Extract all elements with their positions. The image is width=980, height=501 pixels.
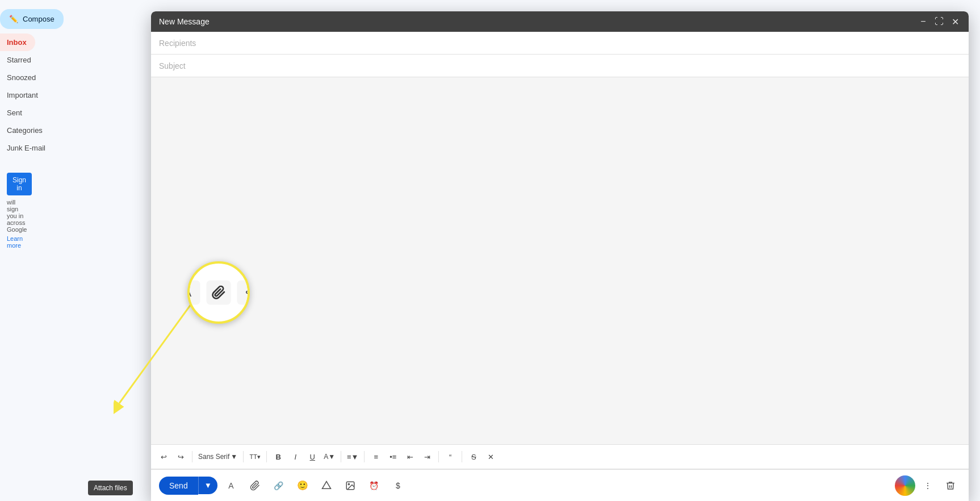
gemini-icon[interactable] [895,475,915,496]
toolbar-divider-2 [243,451,244,462]
sidebar: ✏️ Compose Inbox Starred Snoozed Importa… [0,0,35,501]
maximize-icon[interactable]: ⛶ [933,16,945,27]
learn-more-link[interactable]: Learn more [7,235,28,249]
bulleted-list-button[interactable]: •≡ [385,449,401,465]
send-button[interactable]: Send [159,477,198,495]
magnifier-link-icon: ↪ [237,280,250,304]
magnifier-circle: A ↪ [187,261,250,324]
magnifier-text-format-icon: A [187,280,200,304]
send-dropdown-button[interactable]: ▼ [198,477,217,494]
underline-button[interactable]: U [304,449,320,465]
align-button[interactable]: ≡▼ [345,449,361,465]
compose-header[interactable]: New Message − ⛶ ✕ [151,11,969,32]
photo-icon [345,481,355,491]
toolbar-divider-5 [364,451,365,462]
sidebar-item-categories[interactable]: Categories [0,122,35,139]
magnifier-inner: A ↪ [187,280,250,304]
compose-label: Compose [23,15,55,23]
compose-actions: Send ▼ A 🔗 🙂 ⏰ [151,469,969,501]
sidebar-item-inbox[interactable]: Inbox [0,34,35,51]
trash-icon [945,481,956,491]
sidebar-item-junk[interactable]: Junk E-mail [0,139,35,157]
minimize-icon[interactable]: − [918,16,929,27]
more-actions-button[interactable]: ⋮ [918,475,938,496]
confidential-button[interactable]: $ [388,475,408,496]
formatting-toolbar: ↩ ↪ Sans Serif ▼ TT▾ B I U A▼ ≡▼ ≡ •≡ ⇤ … [151,444,969,469]
confidential-icon: $ [396,481,400,490]
italic-button[interactable]: I [287,449,303,465]
strikethrough-button[interactable]: S [466,449,481,465]
decrease-indent-button[interactable]: ⇤ [402,449,418,465]
subject-field[interactable]: Subject [151,55,969,77]
toolbar-divider-1 [192,451,192,462]
recipients-placeholder: Recipients [159,39,196,48]
toolbar-divider-3 [266,451,267,462]
insert-link-button[interactable]: 🔗 [269,475,289,496]
emoji-icon: 🙂 [297,480,308,491]
svg-point-1 [348,483,349,485]
sidebar-item-sent[interactable]: Sent [0,104,35,122]
font-family-select[interactable]: Sans Serif ▼ [196,450,240,463]
compose-header-actions: − ⛶ ✕ [918,16,961,27]
font-color-button[interactable]: A▼ [321,449,337,465]
formatting-options-button[interactable]: A [221,475,241,496]
magnifier-paperclip-icon [206,280,231,304]
quote-button[interactable]: “ [442,449,458,465]
toolbar-divider-7 [462,451,462,462]
text-format-icon: A [228,481,233,490]
emoji-button[interactable]: 🙂 [292,475,313,496]
bold-button[interactable]: B [270,449,286,465]
insert-photo-button[interactable] [340,475,361,496]
compose-body[interactable] [151,77,969,444]
send-button-group: Send ▼ [159,477,217,495]
sidebar-item-snoozed[interactable]: Snoozed [0,69,35,86]
increase-indent-button[interactable]: ⇥ [419,449,435,465]
subject-placeholder: Subject [159,61,186,70]
remove-format-button[interactable]: ✕ [483,449,499,465]
delete-draft-button[interactable] [940,475,961,496]
toolbar-divider-6 [438,451,439,462]
paperclip-icon [250,481,260,491]
drive-button[interactable] [316,475,337,496]
link-icon: 🔗 [274,481,283,490]
sidebar-item-important[interactable]: Important [0,86,35,104]
sign-in-description: will sign you in across Google [7,199,28,233]
action-right-icons: ⋮ [895,475,961,496]
clock-icon: ⏰ [369,481,379,490]
redo-button[interactable]: ↪ [173,449,189,465]
attach-files-button[interactable] [245,475,265,496]
compose-icon: ✏️ [9,15,18,23]
toolbar-divider-4 [341,451,341,462]
drive-icon [321,481,332,491]
sign-in-button[interactable]: Sign in [7,173,32,195]
numbered-list-button[interactable]: ≡ [368,449,384,465]
sidebar-item-starred[interactable]: Starred [0,51,35,69]
undo-button[interactable]: ↩ [156,449,171,465]
compose-dialog: New Message − ⛶ ✕ Recipients Subject ↩ ↪… [151,11,969,501]
font-size-button[interactable]: TT▾ [247,449,263,465]
close-icon[interactable]: ✕ [949,16,961,27]
compose-title: New Message [159,17,210,26]
more-options-button[interactable]: ⏰ [364,475,384,496]
compose-button[interactable]: ✏️ Compose [0,9,64,29]
recipients-field[interactable]: Recipients [151,32,969,55]
